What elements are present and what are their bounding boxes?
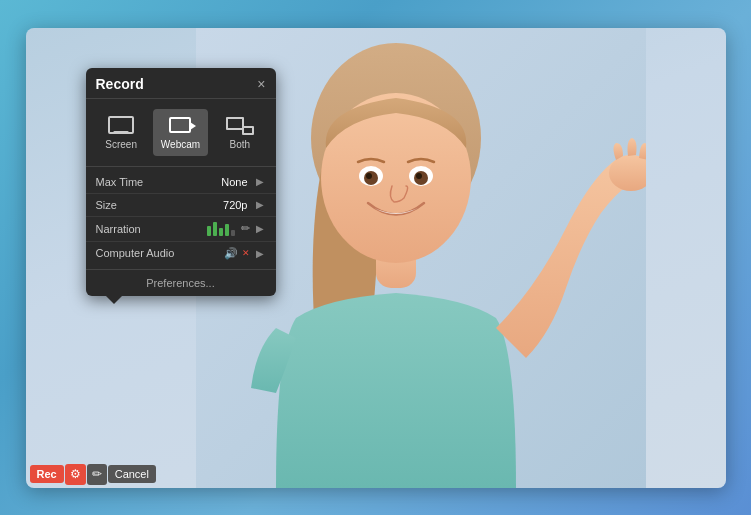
mode-screen-label: Screen bbox=[105, 139, 137, 150]
main-container: Record × Screen Webcam bbox=[26, 28, 726, 488]
preferences-label: Preferences... bbox=[146, 277, 214, 289]
svg-point-8 bbox=[366, 173, 372, 179]
annotate-button[interactable]: ✏ bbox=[87, 464, 107, 485]
max-time-label: Max Time bbox=[96, 176, 218, 188]
bar-3 bbox=[219, 228, 223, 236]
narration-row: Narration ✏ ▶ bbox=[86, 217, 276, 242]
panel-header: Record × bbox=[86, 68, 276, 99]
max-time-arrow[interactable]: ▶ bbox=[254, 176, 266, 187]
max-time-row: Max Time None ▶ bbox=[86, 171, 276, 194]
screen-icon bbox=[107, 115, 135, 135]
both-icon bbox=[226, 115, 254, 135]
mode-both-label: Both bbox=[230, 139, 251, 150]
narration-edit-icon[interactable]: ✏ bbox=[241, 222, 250, 235]
narration-arrow[interactable]: ▶ bbox=[254, 223, 266, 234]
video-background: Record × Screen Webcam bbox=[26, 28, 726, 488]
bar-1 bbox=[207, 226, 211, 236]
max-time-value: None bbox=[221, 176, 247, 188]
bottom-toolbar: Rec ⚙ ✏ Cancel bbox=[26, 461, 160, 488]
mute-indicator: ✕ bbox=[242, 248, 250, 258]
bar-5 bbox=[231, 230, 235, 236]
mode-both-button[interactable]: Both bbox=[212, 109, 267, 156]
svg-point-9 bbox=[416, 173, 422, 179]
mode-section: Screen Webcam Both bbox=[86, 99, 276, 167]
panel-pointer bbox=[106, 296, 122, 304]
mode-webcam-label: Webcam bbox=[161, 139, 200, 150]
audio-arrow[interactable]: ▶ bbox=[254, 248, 266, 259]
size-row: Size 720p ▶ bbox=[86, 194, 276, 217]
narration-bars bbox=[207, 222, 235, 236]
record-panel: Record × Screen Webcam bbox=[86, 68, 276, 296]
narration-label: Narration bbox=[96, 223, 203, 235]
cancel-button[interactable]: Cancel bbox=[108, 465, 156, 483]
gear-button[interactable]: ⚙ bbox=[65, 464, 86, 485]
mode-screen-button[interactable]: Screen bbox=[94, 109, 149, 156]
computer-audio-row: Computer Audio 🔊 ✕ ▶ bbox=[86, 242, 276, 265]
computer-audio-label: Computer Audio bbox=[96, 247, 220, 259]
size-arrow[interactable]: ▶ bbox=[254, 199, 266, 210]
panel-title: Record bbox=[96, 76, 144, 92]
size-value: 720p bbox=[223, 199, 247, 211]
mode-webcam-button[interactable]: Webcam bbox=[153, 109, 208, 156]
bar-2 bbox=[213, 222, 217, 236]
size-label: Size bbox=[96, 199, 220, 211]
bar-4 bbox=[225, 224, 229, 236]
settings-section: Max Time None ▶ Size 720p ▶ Narration bbox=[86, 167, 276, 269]
close-button[interactable]: × bbox=[257, 77, 265, 91]
speaker-icon: 🔊 bbox=[224, 247, 238, 260]
rec-button[interactable]: Rec bbox=[30, 465, 64, 483]
preferences-row[interactable]: Preferences... bbox=[86, 269, 276, 296]
webcam-icon bbox=[166, 115, 194, 135]
